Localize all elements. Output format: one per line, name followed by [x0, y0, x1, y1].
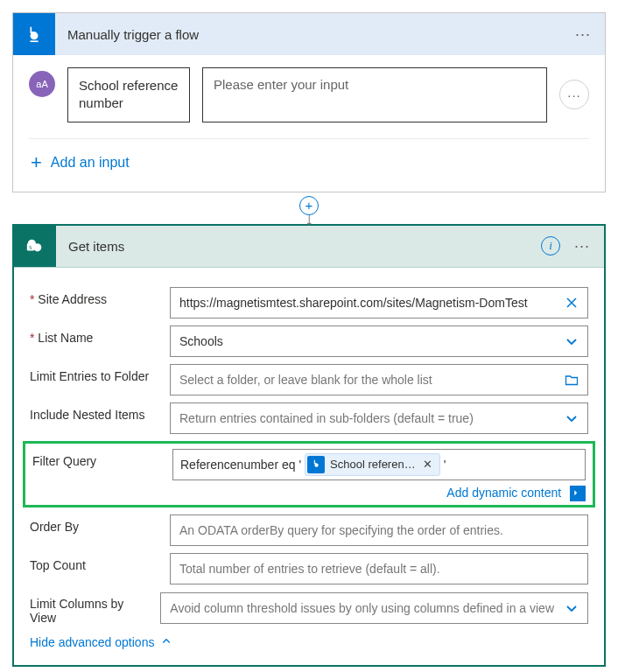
svg-point-6	[314, 463, 318, 466]
input-order-by[interactable]: An ODATA orderBy query for specifying th…	[170, 514, 588, 546]
action-card: S Get items i ··· Site Address https://m…	[12, 224, 606, 667]
input-limit-folder[interactable]: Select a folder, or leave blank for the …	[170, 364, 588, 396]
action-title: Get items	[68, 239, 541, 254]
action-header[interactable]: S Get items i ···	[14, 226, 604, 268]
trigger-title: Manually trigger a flow	[67, 27, 570, 42]
add-dynamic-content-link[interactable]: Add dynamic content	[446, 486, 561, 500]
label-limit-folder: Limit Entries to Folder	[30, 364, 161, 383]
chevron-down-icon[interactable]	[561, 601, 582, 615]
label-limit-columns: Limit Columns by View	[30, 592, 151, 625]
label-filter-query: Filter Query	[32, 449, 164, 468]
input-list-name[interactable]: Schools	[170, 326, 588, 357]
chevron-down-icon[interactable]	[561, 334, 582, 348]
input-limit-columns[interactable]: Avoid column threshold issues by only us…	[160, 592, 588, 624]
field-limit-folder: Limit Entries to Folder Select a folder,…	[30, 364, 588, 396]
token-remove-icon[interactable]: ✕	[421, 458, 434, 471]
svg-point-3	[33, 243, 41, 251]
chevron-up-icon	[161, 635, 172, 649]
hide-advanced-label: Hide advanced options	[30, 635, 154, 649]
clear-icon[interactable]	[561, 296, 582, 310]
token-trigger-icon	[307, 456, 325, 473]
filter-query-highlight: Filter Query Referencenumber eq ' School…	[23, 441, 595, 508]
input-type-icon: aA	[29, 71, 55, 97]
plus-icon: +	[31, 153, 42, 172]
trigger-body: aA School reference number Please enter …	[13, 55, 605, 192]
sharepoint-connector-icon: S	[14, 225, 56, 267]
field-site-address: Site Address https://magnetismtest.share…	[30, 287, 588, 318]
label-site-address: Site Address	[30, 287, 161, 306]
info-icon[interactable]: i	[541, 236, 560, 256]
field-order-by: Order By An ODATA orderBy query for spec…	[30, 514, 588, 546]
folder-icon[interactable]	[561, 373, 582, 387]
label-order-by: Order By	[30, 514, 161, 534]
chevron-down-icon[interactable]	[561, 411, 582, 425]
add-dynamic-content-button[interactable]	[570, 486, 586, 501]
trigger-input-value[interactable]: Please enter your input	[202, 67, 547, 122]
input-top-count[interactable]: Total number of entries to retrieve (def…	[170, 553, 588, 584]
svg-text:S: S	[29, 244, 32, 250]
arrow-down-icon: ↓	[305, 214, 313, 224]
dynamic-content-row: Add dynamic content	[32, 486, 586, 501]
hide-advanced-options-link[interactable]: Hide advanced options	[30, 635, 588, 649]
input-filter-query[interactable]: Referencenumber eq ' School referen… ✕ '	[172, 449, 586, 480]
trigger-card: Manually trigger a flow ··· aA School re…	[12, 12, 606, 192]
filter-prefix: Referencenumber eq '	[180, 458, 301, 472]
trigger-input-name[interactable]: School reference number	[67, 67, 190, 122]
add-input-button[interactable]: + Add an input	[29, 150, 589, 176]
divider	[29, 138, 589, 139]
trigger-input-menu-button[interactable]: ···	[559, 80, 589, 109]
filter-suffix: '	[444, 458, 446, 472]
label-include-nested: Include Nested Items	[30, 402, 161, 422]
label-list-name: List Name	[30, 326, 161, 345]
input-site-address[interactable]: https://magnetismtest.sharepoint.com/sit…	[170, 287, 588, 318]
input-include-nested[interactable]: Return entries contained in sub-folders …	[170, 402, 588, 434]
field-filter-query: Filter Query Referencenumber eq ' School…	[32, 449, 586, 480]
trigger-connector-icon	[13, 13, 55, 55]
dynamic-token-school-reference[interactable]: School referen… ✕	[305, 453, 440, 476]
token-label: School referen…	[330, 458, 416, 471]
flow-connector: + ↓	[12, 196, 606, 224]
action-menu-button[interactable]: ···	[569, 234, 595, 259]
trigger-menu-button[interactable]: ···	[570, 22, 596, 47]
field-list-name: List Name Schools	[30, 326, 588, 357]
label-top-count: Top Count	[30, 553, 161, 572]
field-limit-columns: Limit Columns by View Avoid column thres…	[30, 592, 588, 625]
action-body: Site Address https://magnetismtest.share…	[14, 268, 604, 665]
field-include-nested: Include Nested Items Return entries cont…	[30, 402, 588, 434]
field-top-count: Top Count Total number of entries to ret…	[30, 553, 588, 584]
trigger-header[interactable]: Manually trigger a flow ···	[13, 13, 605, 55]
add-input-label: Add an input	[51, 155, 130, 171]
